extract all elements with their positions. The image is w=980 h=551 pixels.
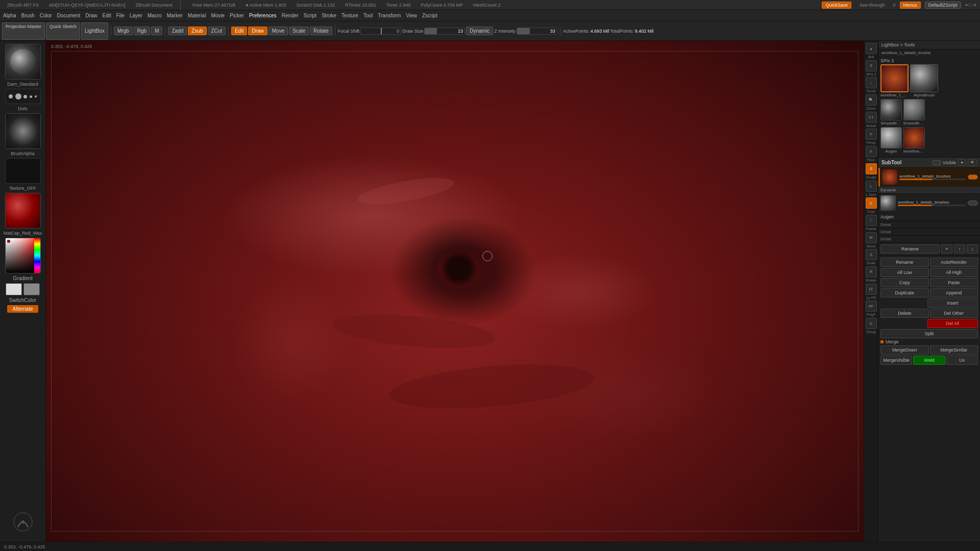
menu-edit[interactable]: Edit (103, 13, 111, 18)
menu-movie[interactable]: Movie (211, 13, 225, 18)
scale-button[interactable]: Scale (289, 27, 309, 35)
subtool-visible-toggle[interactable]: ● (958, 159, 966, 166)
subtool-visible-2[interactable] (968, 201, 978, 206)
subtool-slider-track-1[interactable] (899, 179, 966, 180)
menu-layer[interactable]: Layer (130, 13, 142, 18)
color-picker[interactable] (5, 238, 41, 273)
menu-tool[interactable]: Tool (363, 13, 373, 18)
subtool-item-2[interactable]: workflow_1_details_brushes (878, 194, 980, 213)
material-sphere[interactable] (5, 193, 41, 229)
intensity-slider[interactable]: 33 (517, 28, 557, 35)
paste-button[interactable]: Paste (930, 278, 978, 287)
hue-slider[interactable] (34, 238, 40, 273)
merge-down-button[interactable]: MergeDown (880, 345, 929, 355)
zsub-button[interactable]: Zsub (188, 27, 206, 35)
delete-button[interactable]: Delete (880, 309, 929, 318)
menu-document[interactable]: Document (57, 13, 81, 18)
brush-thumb-alphabrush[interactable]: AlphaBrush (910, 64, 938, 97)
subtool-item-1[interactable]: workflow_1_details_brushes (878, 168, 980, 187)
insert-button[interactable]: Insert (927, 298, 978, 308)
menu-macro[interactable]: Macro (148, 13, 162, 18)
rt-rotate-button[interactable]: R (866, 266, 877, 278)
down-button[interactable]: ↓ (967, 244, 978, 254)
cxyz-button[interactable]: C (866, 197, 877, 209)
subtool-toggle-all[interactable] (933, 160, 941, 165)
menu-zscript[interactable]: Zscript (422, 13, 437, 18)
menu-draw[interactable]: Draw (85, 13, 97, 18)
brush-preview[interactable] (5, 44, 41, 80)
list-all-button[interactable]: Rename (880, 244, 940, 254)
menu-brush[interactable]: Brush (21, 13, 35, 18)
polyf-button[interactable]: PF (866, 300, 877, 312)
brush-thumb-workflow2[interactable]: workflow_1_det (903, 127, 925, 154)
persp-button[interactable]: P (866, 129, 877, 140)
split-button[interactable]: Split (880, 329, 978, 338)
edit-button[interactable]: Edit (231, 27, 247, 35)
append-button[interactable]: Append (930, 288, 978, 297)
rename-button[interactable]: Rename (880, 258, 929, 267)
del-other-button[interactable]: Del Other (930, 309, 978, 318)
brush-thumb-eraser[interactable]: EraserBrush (903, 99, 925, 126)
menu-file[interactable]: File (116, 13, 125, 18)
sculpt-button[interactable]: S (866, 163, 877, 174)
floor-button[interactable]: F (866, 146, 877, 157)
mrgb-toggle[interactable]: Mrgb (114, 27, 133, 35)
swatch-white[interactable] (6, 283, 22, 295)
copy-button[interactable]: Copy (880, 278, 929, 287)
brush-thumb-augen[interactable]: Augen (880, 127, 902, 154)
menu-color[interactable]: Color (40, 13, 52, 18)
brush-thumb-workflow[interactable]: workflow_1_details (880, 64, 909, 97)
all-high-button[interactable]: All High (930, 268, 978, 277)
up-button[interactable]: ↑ (954, 244, 965, 254)
group-button[interactable]: G (866, 318, 877, 329)
weld-button[interactable]: Weld (913, 356, 945, 365)
m-toggle[interactable]: M (151, 27, 162, 35)
del-all-button[interactable]: Del All (927, 319, 978, 328)
menu-material[interactable]: Material (188, 13, 206, 18)
draw-size-slider[interactable]: 23 (424, 28, 465, 35)
rgb-toggle[interactable]: Rgb (134, 27, 150, 35)
brush-alpha-preview[interactable] (5, 113, 41, 149)
menu-render[interactable]: Render (282, 13, 299, 18)
menu-preferences[interactable]: Preferences (249, 13, 277, 18)
alternate-button[interactable]: Alternate (7, 305, 38, 313)
menu-transform[interactable]: Transform (378, 13, 401, 18)
projection-master-button[interactable]: Projection Master (2, 22, 45, 40)
canvas-area[interactable]: 0.353, -0.479, 0.425 (46, 41, 864, 542)
zadd-button[interactable]: Zadd (168, 27, 187, 35)
lofill-button[interactable]: LF (866, 284, 877, 295)
dots-preview[interactable] (5, 89, 41, 104)
menu-alpha[interactable]: Alpha (3, 13, 16, 18)
rt-move-button[interactable]: M (866, 232, 877, 243)
subtool-eye-button[interactable]: 👁 (968, 159, 977, 166)
brill-button[interactable]: ● (866, 43, 877, 54)
lsym-button[interactable]: L (866, 181, 877, 192)
zcut-button[interactable]: ZCut (208, 27, 226, 35)
actual-button[interactable]: 1:1 (866, 112, 877, 123)
scroll-button[interactable]: ↕ (866, 77, 877, 88)
draw-button[interactable]: Draw (248, 27, 267, 35)
quicksave-button[interactable]: QuickSave (822, 2, 851, 9)
brush-thumb-simple[interactable]: SimpleBrush (880, 99, 902, 126)
merge-similar-button[interactable]: MergeSimilar (930, 345, 978, 355)
duplicate-button[interactable]: Duplicate (880, 288, 929, 297)
menus-button[interactable]: Menus (900, 2, 921, 9)
menu-picker[interactable]: Picker (230, 13, 244, 18)
texture-preview[interactable] (5, 158, 41, 184)
menu-marker[interactable]: Marker (167, 13, 183, 18)
menu-texture[interactable]: Texture (341, 13, 358, 18)
dynamic-button[interactable]: Dynamic (466, 27, 493, 35)
lightbox-button[interactable]: LightBox (81, 22, 108, 40)
all-low-button[interactable]: All Low (880, 268, 929, 277)
rt-scale-button[interactable]: S (866, 249, 877, 260)
spix-button[interactable]: S (866, 60, 877, 71)
menu-stroke[interactable]: Stroke (322, 13, 336, 18)
subtool-visible-1[interactable] (968, 174, 978, 180)
auto-reorder-button[interactable]: AutoReorder (930, 258, 978, 267)
swatch-gray[interactable] (23, 283, 40, 295)
zoom-button[interactable]: 🔍 (866, 94, 877, 106)
quick-sketch-button[interactable]: Quick Sketch (46, 22, 80, 40)
uv-button[interactable]: Uv (946, 356, 978, 365)
frame-button[interactable]: □ (866, 215, 877, 226)
rotate-button[interactable]: Rotate (310, 27, 332, 35)
